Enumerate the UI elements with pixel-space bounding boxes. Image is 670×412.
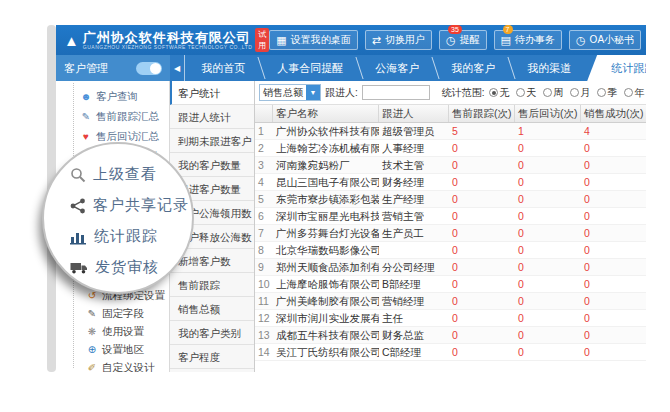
aftersale-count-cell: 0 (515, 259, 581, 275)
bar-chart-icon (70, 229, 87, 245)
sidebar-toggle[interactable] (136, 62, 162, 75)
submenu-item-follower-stats[interactable]: 跟进人统计 (170, 105, 254, 129)
reminder-button[interactable]: 35 ◷ 提醒 (439, 30, 487, 50)
tab-statistics-tracking[interactable]: 统计跟踪 (587, 55, 646, 81)
table-row[interactable]: 1 广州协众软件科技有限公司 超级管理员 5 1 4 (255, 123, 646, 140)
row-number: 12 (255, 310, 273, 326)
success-count-cell: 0 (581, 191, 646, 207)
submenu-item-customer-level[interactable]: 客户程度 (170, 345, 254, 369)
customer-name-cell[interactable]: 深圳市宝丽星光电科技有限... (273, 208, 379, 224)
todo-button[interactable]: 7 ▤ 待办事务 (494, 30, 562, 50)
follower-cell: 技术主管 (379, 157, 449, 173)
row-number: 8 (255, 242, 273, 258)
tab-public-sea-customers[interactable]: 公海客户 (359, 55, 435, 81)
table-row[interactable]: 11 广州美峰制胶有限公司 营销经理 0 0 0 (255, 293, 646, 310)
table-row[interactable]: 5 东莞市寮步镇添彩包装制品厂 生产经理 0 0 0 (255, 191, 646, 208)
table-header: 客户名称 跟进人 售前跟踪(次) 售后回访(次) 销售成功(次) (255, 105, 646, 123)
aftersale-count-cell: 0 (515, 157, 581, 173)
aftersale-count-cell: 0 (515, 327, 581, 343)
row-number: 2 (255, 140, 273, 156)
customer-name-cell[interactable]: 东莞市寮步镇添彩包装制品厂 (273, 191, 379, 207)
presale-count-cell: 0 (449, 225, 515, 241)
success-count-cell: 0 (581, 327, 646, 343)
sidebar-item-custom-design[interactable]: ✐ 自定义设计 (56, 359, 169, 372)
tab-bar: ◀ 我的首页 人事合同提醒 公海客户 我的客户 我的渠道 统计跟踪 (170, 55, 646, 81)
sidebar-item-supervisor-view[interactable]: 上级查看 (44, 159, 192, 190)
range-radio-day[interactable]: 天 (516, 86, 537, 100)
sidebar-item-set-region[interactable]: ⊕ 设置地区 (56, 341, 169, 359)
range-radio-none[interactable]: 无 (489, 86, 510, 100)
switch-user-button[interactable]: ⇄ 切换用户 (365, 30, 432, 50)
submenu-item-sales-total[interactable]: 销售总额 (170, 297, 254, 321)
table-row[interactable]: 10 上海摩哈服饰有限公司 B部经理 0 0 0 (255, 276, 646, 293)
desktop-grid-icon: ▦ (276, 35, 286, 46)
customer-name-cell[interactable]: 成都五牛科技有限公司 (273, 327, 379, 343)
clock-icon: ◷ (446, 35, 456, 46)
follower-input[interactable] (362, 85, 430, 100)
tab-my-customers[interactable]: 我的客户 (435, 55, 511, 81)
oa-secretary-button[interactable]: ◷ OA小秘书 (569, 30, 641, 50)
range-radio-year[interactable]: 年 (624, 86, 645, 100)
range-radio-quarter[interactable]: 季 (597, 86, 618, 100)
presale-count-cell: 0 (449, 191, 515, 207)
table-row[interactable]: 12 深圳市润川实业发展有限公司 主任 0 0 0 (255, 310, 646, 327)
presale-count-cell: 5 (449, 123, 515, 139)
submenu-item-overdue-unfollowed[interactable]: 到期未跟进客户 (170, 129, 254, 153)
customer-name-cell[interactable]: 吴江丁氏纺织有限公司 (273, 344, 379, 360)
aftersale-count-cell: 0 (515, 344, 581, 360)
customer-name-cell[interactable]: 昆山三国电子有限公司 (273, 174, 379, 190)
customer-name-cell[interactable]: 广州多芬舞台灯光设备厂 (273, 225, 379, 241)
customer-name-cell[interactable]: 上海翰艺冷冻机械有限公司 (273, 140, 379, 156)
follower-cell: 人事经理 (379, 140, 449, 156)
customer-name-cell[interactable]: 广州协众软件科技有限公司 (273, 123, 379, 139)
range-radio-week[interactable]: 周 (543, 86, 564, 100)
submenu-item-my-customer-count[interactable]: 我的客户数量 (170, 153, 254, 177)
sidebar-item-statistics-tracking[interactable]: 统计跟踪 (44, 221, 192, 252)
sidebar-item-customer-search[interactable]: ☻ 客户查询 (56, 87, 169, 107)
sidebar-item-customer-share-records[interactable]: 客户共享记录 (44, 190, 192, 221)
follower-cell: 生产员工 (379, 225, 449, 241)
range-radio-month[interactable]: 月 (570, 86, 591, 100)
table-row[interactable]: 14 吴江丁氏纺织有限公司 C部经理 0 0 0 (255, 344, 646, 361)
globe-icon: ⊕ (86, 345, 98, 355)
success-count-cell: 0 (581, 344, 646, 360)
table-row[interactable]: 6 深圳市宝丽星光电科技有限... 营销主管 0 0 0 (255, 208, 646, 225)
app-logo: ▲ 广州协众软件科技有限公司 GUANGZHOU XIEZHONG SOFTWA… (64, 28, 269, 52)
table-row[interactable]: 9 郑州天顺食品添加剂有限公司 分公司经理 0 0 0 (255, 259, 646, 276)
tab-my-home[interactable]: 我的首页 (185, 55, 261, 81)
table-row[interactable]: 8 北京华瑞数码影像公司 0 0 0 (255, 242, 646, 259)
range-label: 统计范围: (442, 86, 485, 100)
setup-desktop-button[interactable]: ▦ 设置我的桌面 (269, 30, 357, 50)
customer-name-cell[interactable]: 北京华瑞数码影像公司 (273, 242, 379, 258)
presale-count-cell: 0 (449, 293, 515, 309)
sidebar-item-usage-settings[interactable]: ❋ 使用设置 (56, 323, 169, 341)
sidebar-item-fixed-fields[interactable]: ✎ 固定字段 (56, 305, 169, 323)
follower-cell (379, 242, 449, 258)
table-row[interactable]: 2 上海翰艺冷冻机械有限公司 人事经理 0 0 0 (255, 140, 646, 157)
customer-name-cell[interactable]: 郑州天顺食品添加剂有限公司 (273, 259, 379, 275)
customer-name-cell[interactable]: 深圳市润川实业发展有限公司 (273, 310, 379, 326)
company-name: 广州协众软件科技有限公司 (83, 31, 253, 44)
aftersale-count-cell: 0 (515, 225, 581, 241)
submenu-item-customer-stats[interactable]: 客户统计 (170, 81, 254, 105)
submenu-item-presale-tracking[interactable]: 售前跟踪 (170, 273, 254, 297)
success-count-cell: 0 (581, 310, 646, 326)
aftersale-count-cell: 0 (515, 174, 581, 190)
customer-name-cell[interactable]: 上海摩哈服饰有限公司 (273, 276, 379, 292)
tab-scroll-left[interactable]: ◀ (170, 55, 185, 81)
tab-my-channels[interactable]: 我的渠道 (511, 55, 587, 81)
sidebar-item-presale-summary[interactable]: ✎ 售前跟踪汇总 (56, 107, 169, 127)
table-row[interactable]: 13 成都五牛科技有限公司 财务总监 0 0 0 (255, 327, 646, 344)
follower-cell: 营销主管 (379, 208, 449, 224)
customer-name-cell[interactable]: 广州美峰制胶有限公司 (273, 293, 379, 309)
customer-name-cell[interactable]: 河南豫宛妈粉厂 (273, 157, 379, 173)
process-bind-icon: ↺ (86, 291, 98, 301)
submenu-item-my-customer-category[interactable]: 我的客户类别 (170, 321, 254, 345)
tab-hr-contract-reminder[interactable]: 人事合同提醒 (261, 55, 359, 81)
clock-icon: ◷ (576, 35, 586, 46)
table-row[interactable]: 7 广州多芬舞台灯光设备厂 生产员工 0 0 0 (255, 225, 646, 242)
metric-select[interactable]: 销售总额 ▼ (259, 84, 321, 101)
table-row[interactable]: 3 河南豫宛妈粉厂 技术主管 0 0 0 (255, 157, 646, 174)
success-count-cell: 0 (581, 293, 646, 309)
table-row[interactable]: 4 昆山三国电子有限公司 财务经理 0 0 0 (255, 174, 646, 191)
